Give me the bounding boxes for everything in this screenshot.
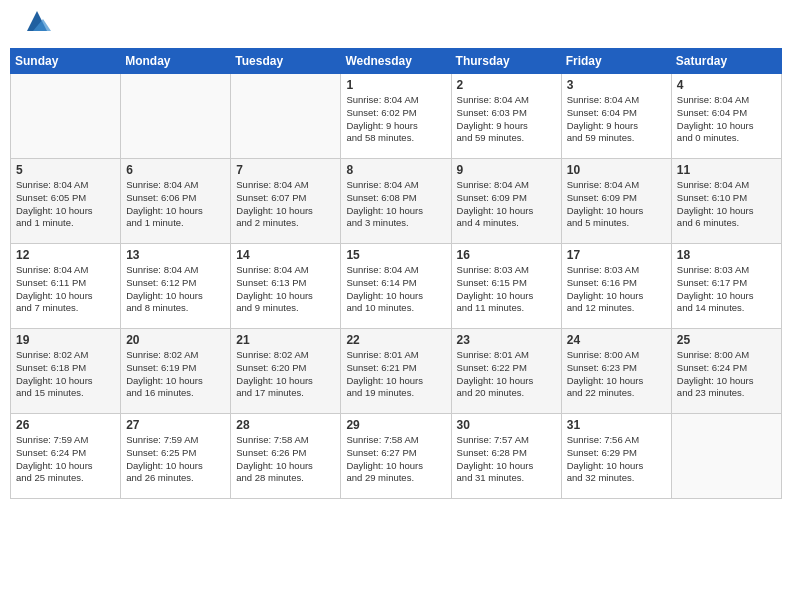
calendar-cell: 30Sunrise: 7:57 AM Sunset: 6:28 PM Dayli…	[451, 414, 561, 499]
day-info: Sunrise: 8:04 AM Sunset: 6:09 PM Dayligh…	[457, 179, 556, 230]
calendar-cell: 23Sunrise: 8:01 AM Sunset: 6:22 PM Dayli…	[451, 329, 561, 414]
day-info: Sunrise: 7:59 AM Sunset: 6:24 PM Dayligh…	[16, 434, 115, 485]
day-number: 16	[457, 248, 556, 262]
day-info: Sunrise: 8:03 AM Sunset: 6:15 PM Dayligh…	[457, 264, 556, 315]
day-info: Sunrise: 8:04 AM Sunset: 6:09 PM Dayligh…	[567, 179, 666, 230]
weekday-header-row: SundayMondayTuesdayWednesdayThursdayFrid…	[11, 49, 782, 74]
day-number: 19	[16, 333, 115, 347]
day-info: Sunrise: 8:03 AM Sunset: 6:17 PM Dayligh…	[677, 264, 776, 315]
day-info: Sunrise: 7:58 AM Sunset: 6:26 PM Dayligh…	[236, 434, 335, 485]
day-number: 22	[346, 333, 445, 347]
calendar-cell: 25Sunrise: 8:00 AM Sunset: 6:24 PM Dayli…	[671, 329, 781, 414]
calendar-cell: 16Sunrise: 8:03 AM Sunset: 6:15 PM Dayli…	[451, 244, 561, 329]
calendar-cell: 4Sunrise: 8:04 AM Sunset: 6:04 PM Daylig…	[671, 74, 781, 159]
calendar-week-row: 5Sunrise: 8:04 AM Sunset: 6:05 PM Daylig…	[11, 159, 782, 244]
calendar-cell: 22Sunrise: 8:01 AM Sunset: 6:21 PM Dayli…	[341, 329, 451, 414]
calendar-cell: 9Sunrise: 8:04 AM Sunset: 6:09 PM Daylig…	[451, 159, 561, 244]
day-info: Sunrise: 7:57 AM Sunset: 6:28 PM Dayligh…	[457, 434, 556, 485]
day-info: Sunrise: 8:02 AM Sunset: 6:19 PM Dayligh…	[126, 349, 225, 400]
calendar-cell: 1Sunrise: 8:04 AM Sunset: 6:02 PM Daylig…	[341, 74, 451, 159]
calendar-cell	[231, 74, 341, 159]
day-number: 31	[567, 418, 666, 432]
day-number: 30	[457, 418, 556, 432]
weekday-header-sunday: Sunday	[11, 49, 121, 74]
calendar-cell: 21Sunrise: 8:02 AM Sunset: 6:20 PM Dayli…	[231, 329, 341, 414]
day-info: Sunrise: 8:00 AM Sunset: 6:24 PM Dayligh…	[677, 349, 776, 400]
calendar-cell: 12Sunrise: 8:04 AM Sunset: 6:11 PM Dayli…	[11, 244, 121, 329]
day-number: 29	[346, 418, 445, 432]
calendar-cell: 17Sunrise: 8:03 AM Sunset: 6:16 PM Dayli…	[561, 244, 671, 329]
day-info: Sunrise: 8:04 AM Sunset: 6:04 PM Dayligh…	[567, 94, 666, 145]
day-info: Sunrise: 8:04 AM Sunset: 6:10 PM Dayligh…	[677, 179, 776, 230]
day-number: 23	[457, 333, 556, 347]
calendar-cell	[11, 74, 121, 159]
calendar-cell: 2Sunrise: 8:04 AM Sunset: 6:03 PM Daylig…	[451, 74, 561, 159]
day-info: Sunrise: 8:04 AM Sunset: 6:07 PM Dayligh…	[236, 179, 335, 230]
calendar-cell: 20Sunrise: 8:02 AM Sunset: 6:19 PM Dayli…	[121, 329, 231, 414]
day-number: 15	[346, 248, 445, 262]
day-number: 9	[457, 163, 556, 177]
calendar-cell: 13Sunrise: 8:04 AM Sunset: 6:12 PM Dayli…	[121, 244, 231, 329]
day-info: Sunrise: 8:04 AM Sunset: 6:11 PM Dayligh…	[16, 264, 115, 315]
day-number: 27	[126, 418, 225, 432]
day-info: Sunrise: 8:02 AM Sunset: 6:18 PM Dayligh…	[16, 349, 115, 400]
day-number: 3	[567, 78, 666, 92]
day-number: 12	[16, 248, 115, 262]
calendar-cell: 27Sunrise: 7:59 AM Sunset: 6:25 PM Dayli…	[121, 414, 231, 499]
day-number: 28	[236, 418, 335, 432]
day-info: Sunrise: 8:01 AM Sunset: 6:21 PM Dayligh…	[346, 349, 445, 400]
logo	[20, 15, 51, 35]
day-info: Sunrise: 8:04 AM Sunset: 6:06 PM Dayligh…	[126, 179, 225, 230]
calendar-week-row: 26Sunrise: 7:59 AM Sunset: 6:24 PM Dayli…	[11, 414, 782, 499]
calendar-cell: 26Sunrise: 7:59 AM Sunset: 6:24 PM Dayli…	[11, 414, 121, 499]
day-info: Sunrise: 8:03 AM Sunset: 6:16 PM Dayligh…	[567, 264, 666, 315]
calendar-cell: 11Sunrise: 8:04 AM Sunset: 6:10 PM Dayli…	[671, 159, 781, 244]
weekday-header-monday: Monday	[121, 49, 231, 74]
day-number: 5	[16, 163, 115, 177]
day-info: Sunrise: 8:04 AM Sunset: 6:13 PM Dayligh…	[236, 264, 335, 315]
day-number: 8	[346, 163, 445, 177]
day-number: 4	[677, 78, 776, 92]
weekday-header-tuesday: Tuesday	[231, 49, 341, 74]
calendar-cell: 19Sunrise: 8:02 AM Sunset: 6:18 PM Dayli…	[11, 329, 121, 414]
day-number: 1	[346, 78, 445, 92]
day-info: Sunrise: 8:04 AM Sunset: 6:03 PM Dayligh…	[457, 94, 556, 145]
day-info: Sunrise: 8:04 AM Sunset: 6:04 PM Dayligh…	[677, 94, 776, 145]
calendar-cell: 18Sunrise: 8:03 AM Sunset: 6:17 PM Dayli…	[671, 244, 781, 329]
calendar-cell: 3Sunrise: 8:04 AM Sunset: 6:04 PM Daylig…	[561, 74, 671, 159]
calendar-cell: 7Sunrise: 8:04 AM Sunset: 6:07 PM Daylig…	[231, 159, 341, 244]
weekday-header-wednesday: Wednesday	[341, 49, 451, 74]
calendar-cell: 10Sunrise: 8:04 AM Sunset: 6:09 PM Dayli…	[561, 159, 671, 244]
calendar-table: SundayMondayTuesdayWednesdayThursdayFrid…	[10, 48, 782, 499]
calendar-cell: 14Sunrise: 8:04 AM Sunset: 6:13 PM Dayli…	[231, 244, 341, 329]
day-number: 18	[677, 248, 776, 262]
day-number: 24	[567, 333, 666, 347]
calendar-week-row: 19Sunrise: 8:02 AM Sunset: 6:18 PM Dayli…	[11, 329, 782, 414]
calendar-cell	[671, 414, 781, 499]
day-number: 20	[126, 333, 225, 347]
day-number: 11	[677, 163, 776, 177]
weekday-header-saturday: Saturday	[671, 49, 781, 74]
day-number: 14	[236, 248, 335, 262]
calendar-cell: 31Sunrise: 7:56 AM Sunset: 6:29 PM Dayli…	[561, 414, 671, 499]
calendar-cell: 28Sunrise: 7:58 AM Sunset: 6:26 PM Dayli…	[231, 414, 341, 499]
weekday-header-thursday: Thursday	[451, 49, 561, 74]
calendar-cell: 24Sunrise: 8:00 AM Sunset: 6:23 PM Dayli…	[561, 329, 671, 414]
day-info: Sunrise: 8:04 AM Sunset: 6:08 PM Dayligh…	[346, 179, 445, 230]
day-info: Sunrise: 8:04 AM Sunset: 6:12 PM Dayligh…	[126, 264, 225, 315]
day-info: Sunrise: 7:58 AM Sunset: 6:27 PM Dayligh…	[346, 434, 445, 485]
calendar-cell	[121, 74, 231, 159]
day-info: Sunrise: 7:56 AM Sunset: 6:29 PM Dayligh…	[567, 434, 666, 485]
day-info: Sunrise: 8:00 AM Sunset: 6:23 PM Dayligh…	[567, 349, 666, 400]
calendar-cell: 6Sunrise: 8:04 AM Sunset: 6:06 PM Daylig…	[121, 159, 231, 244]
calendar-week-row: 12Sunrise: 8:04 AM Sunset: 6:11 PM Dayli…	[11, 244, 782, 329]
page-header	[10, 10, 782, 40]
day-info: Sunrise: 8:04 AM Sunset: 6:05 PM Dayligh…	[16, 179, 115, 230]
day-number: 7	[236, 163, 335, 177]
calendar-cell: 29Sunrise: 7:58 AM Sunset: 6:27 PM Dayli…	[341, 414, 451, 499]
day-info: Sunrise: 8:02 AM Sunset: 6:20 PM Dayligh…	[236, 349, 335, 400]
day-info: Sunrise: 8:04 AM Sunset: 6:02 PM Dayligh…	[346, 94, 445, 145]
calendar-week-row: 1Sunrise: 8:04 AM Sunset: 6:02 PM Daylig…	[11, 74, 782, 159]
weekday-header-friday: Friday	[561, 49, 671, 74]
logo-icon	[23, 7, 51, 35]
